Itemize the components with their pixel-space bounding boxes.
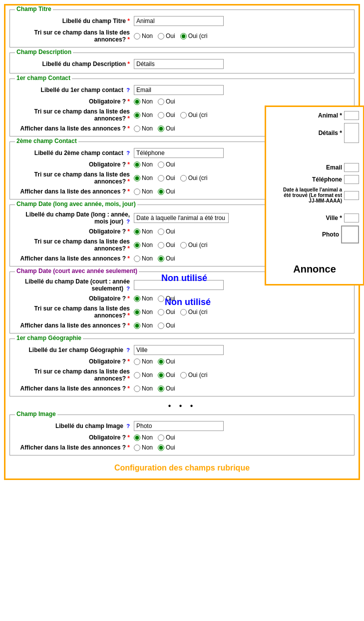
radio-date-long-afficher-oui[interactable]: Oui bbox=[158, 255, 175, 262]
radio-geo1-tri-oui-cri[interactable]: Oui (cri bbox=[180, 372, 208, 378]
radio-titre-tri-non[interactable]: Non bbox=[134, 32, 153, 40]
row-description-libelle: Libellé du champ Description * bbox=[14, 59, 350, 69]
label-geo1-afficher: Afficher dans la liste des annonces ? * bbox=[14, 385, 134, 392]
radio-geo1-oblig-non[interactable]: Non bbox=[134, 358, 153, 365]
radio-contact1-afficher-non[interactable]: Non bbox=[134, 125, 153, 132]
radio-titre-tri-oui[interactable]: Oui bbox=[158, 32, 175, 40]
radio-date-court-tri-oui[interactable]: Oui bbox=[158, 308, 175, 316]
radio-contact2-oblig-oui[interactable]: Oui bbox=[158, 161, 175, 168]
preview-details-label: Détails * bbox=[319, 130, 342, 136]
radio-contact2-afficher-non[interactable]: Non bbox=[134, 188, 153, 195]
row-geo1-libelle: Libellé du 1er champ Géographie ? bbox=[14, 345, 350, 355]
radio-contact1-tri-oui-cri[interactable]: Oui (cri bbox=[180, 112, 208, 118]
preview-date-label: Date à laquelle l'animal a été trouvé (L… bbox=[282, 187, 342, 204]
preview-telephone-box bbox=[344, 175, 359, 184]
row-image-libelle: Libellé du champ Image ? bbox=[14, 421, 350, 431]
radio-date-court-tri-non[interactable]: Non bbox=[134, 308, 153, 316]
radio-titre-tri: Non Oui Oui (cri bbox=[134, 32, 207, 40]
radio-date-court-oblig-non[interactable]: Non bbox=[134, 295, 153, 302]
radio-contact2-oblig-non[interactable]: Non bbox=[134, 161, 153, 168]
radio-date-long-oblig-oui[interactable]: Oui bbox=[158, 228, 175, 235]
radio-date-court-afficher-non[interactable]: Non bbox=[134, 322, 153, 329]
non-utilise-text: Non utilisé bbox=[161, 273, 207, 284]
preview-animal: Animal * bbox=[270, 111, 359, 120]
preview-ville-box bbox=[344, 214, 359, 222]
radio-contact1-tri-non[interactable]: Non bbox=[134, 112, 153, 118]
label-date-long-tri: Tri sur ce champ dans la liste des annon… bbox=[14, 238, 134, 252]
section-date-court-label: Champ Date (court avec année seulement) bbox=[15, 268, 139, 274]
label-contact2-tri: Tri sur ce champ dans la liste des annon… bbox=[14, 171, 134, 185]
label-contact2-obligatoire: Obligatoire ? * bbox=[14, 161, 134, 168]
input-geo1-libelle[interactable] bbox=[134, 345, 224, 355]
section-description-label: Champ Description bbox=[15, 48, 73, 56]
dots-separator: • • • bbox=[9, 402, 355, 410]
input-image-libelle[interactable] bbox=[134, 421, 224, 431]
label-contact1-obligatoire: Obligatoire ? * bbox=[14, 98, 134, 105]
preview-details: Détails * bbox=[270, 123, 359, 143]
row-geo1-afficher: Afficher dans la liste des annonces ? * … bbox=[14, 385, 350, 392]
preview-ville: Ville * bbox=[270, 214, 359, 222]
radio-geo1-tri-oui[interactable]: Oui bbox=[158, 372, 175, 378]
radio-image-oblig-oui[interactable]: Oui bbox=[158, 434, 175, 441]
label-image-libelle: Libellé du champ Image ? bbox=[14, 422, 134, 430]
label-date-court-afficher: Afficher dans la liste des annonces ? * bbox=[14, 322, 134, 329]
radio-contact2-tri-oui-cri[interactable]: Oui (cri bbox=[180, 174, 208, 182]
radio-titre-tri-oui-cri[interactable]: Oui (cri bbox=[180, 32, 208, 40]
label-date-long-libelle: Libellé du champ Date (long : année, moi… bbox=[14, 211, 134, 225]
row-titre-tri: Tri sur ce champ dans la liste des annon… bbox=[14, 29, 350, 43]
radio-date-long-tri-oui-cri[interactable]: Oui (cri bbox=[180, 242, 208, 248]
input-contact1-libelle[interactable] bbox=[134, 85, 224, 95]
row-contact1-obligatoire: Obligatoire ? * Non Oui bbox=[14, 98, 350, 105]
radio-date-court-afficher-oui[interactable]: Oui bbox=[158, 322, 175, 329]
radio-date-long-afficher-non[interactable]: Non bbox=[134, 255, 153, 262]
radio-geo1-afficher-non[interactable]: Non bbox=[134, 385, 153, 392]
label-date-court-libelle: Libellé du champ Date (court : année seu… bbox=[14, 278, 134, 292]
radio-contact2-tri-oui[interactable]: Oui bbox=[158, 174, 175, 182]
radio-contact1-afficher-oui[interactable]: Oui bbox=[158, 125, 175, 132]
radio-date-long-tri-non[interactable]: Non bbox=[134, 242, 153, 248]
radio-contact1-oblig-non[interactable]: Non bbox=[134, 98, 153, 105]
preview-date: Date à laquelle l'animal a été trouvé (L… bbox=[270, 187, 359, 204]
radio-image-oblig-non[interactable]: Non bbox=[134, 434, 153, 441]
radio-contact2-tri-non[interactable]: Non bbox=[134, 174, 153, 182]
main-container: Champ Titre Libellé du champ Titre * Tri… bbox=[4, 4, 360, 480]
label-contact2-libelle: Libellé du 2ème champ contact ? bbox=[14, 150, 134, 156]
radio-contact2-afficher-oui[interactable]: Oui bbox=[158, 188, 175, 195]
preview-animal-label: Animal * bbox=[318, 112, 342, 119]
radio-geo1-oblig-oui[interactable]: Oui bbox=[158, 358, 175, 365]
footer-title: Configuration des champs rubrique bbox=[9, 460, 355, 474]
radio-contact1-tri-oui[interactable]: Oui bbox=[158, 112, 175, 118]
label-description-libelle: Libellé du champ Description * bbox=[14, 60, 134, 68]
label-geo1-obligatoire: Obligatoire ? * bbox=[14, 358, 134, 365]
preview-photo-box bbox=[341, 226, 359, 244]
section-geo1: 1er champ Géographie Libellé du 1er cham… bbox=[9, 338, 355, 396]
radio-geo1-tri-non[interactable]: Non bbox=[134, 372, 153, 378]
label-geo1-libelle: Libellé du 1er champ Géographie ? bbox=[14, 346, 134, 354]
row-titre-libelle: Libellé du champ Titre * bbox=[14, 16, 350, 26]
row-date-court-afficher: Afficher dans la liste des annonces ? * … bbox=[14, 322, 350, 329]
input-date-long-libelle[interactable] bbox=[134, 213, 229, 223]
radio-date-court-tri-oui-cri[interactable]: Oui (cri bbox=[180, 308, 208, 316]
preview-panel: Animal * Détails * Email Téléphone Date … bbox=[265, 106, 364, 286]
section-titre: Champ Titre Libellé du champ Titre * Tri… bbox=[9, 10, 355, 48]
radio-contact1-oblig-oui[interactable]: Oui bbox=[158, 98, 175, 105]
radio-image-afficher-oui[interactable]: Oui bbox=[158, 444, 175, 451]
input-contact2-libelle[interactable] bbox=[134, 148, 224, 158]
label-date-court-tri: Tri sur ce champ dans la liste des annon… bbox=[14, 305, 134, 319]
preview-photo: Photo bbox=[270, 226, 359, 244]
radio-geo1-afficher-oui[interactable]: Oui bbox=[158, 385, 175, 392]
row-image-obligatoire: Obligatoire ? * Non Oui bbox=[14, 434, 350, 441]
radio-date-long-oblig-non[interactable]: Non bbox=[134, 228, 153, 235]
input-titre-libelle[interactable] bbox=[134, 16, 224, 26]
row-image-afficher: Afficher dans la liste des annonces ? * … bbox=[14, 444, 350, 451]
preview-email: Email bbox=[270, 163, 359, 172]
radio-date-long-tri-oui[interactable]: Oui bbox=[158, 242, 175, 248]
label-image-obligatoire: Obligatoire ? * bbox=[14, 434, 134, 441]
preview-photo-label: Photo bbox=[322, 231, 339, 238]
label-date-court-obligatoire: Obligatoire ? * bbox=[14, 295, 134, 302]
preview-animal-box bbox=[344, 111, 359, 120]
input-description-libelle[interactable] bbox=[134, 59, 224, 69]
section-image-label: Champ Image bbox=[15, 410, 57, 418]
radio-image-afficher-non[interactable]: Non bbox=[134, 444, 153, 451]
preview-date-box bbox=[344, 191, 359, 200]
